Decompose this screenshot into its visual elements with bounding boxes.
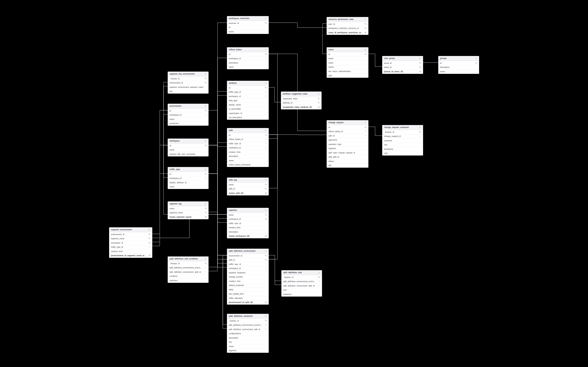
- column-row[interactable]: traffic_type_id: [227, 90, 268, 94]
- column-row[interactable]: traffic_allocation: [227, 296, 268, 300]
- column-row[interactable]: production: [168, 121, 208, 126]
- column-row[interactable]: user_id: [327, 22, 368, 26]
- column-row[interactable]: id: [168, 143, 208, 148]
- column-row[interactable]: id: [439, 61, 479, 65]
- constraint-row[interactable]: {name, workspace_id}: [227, 234, 268, 238]
- column-row[interactable]: split_definition_environment_environment…: [168, 266, 208, 270]
- column-row[interactable]: name: [227, 213, 268, 217]
- column-row[interactable]: workspace_restriction_resource_id: [327, 26, 368, 31]
- column-row[interactable]: workspace_id: [168, 113, 208, 117]
- table-header[interactable]: segment: [227, 208, 268, 213]
- constraint-row[interactable]: {environment_id, split_id}: [227, 300, 268, 305]
- column-row[interactable]: name: [439, 69, 479, 74]
- column-row[interactable]: suggested_value: [281, 96, 321, 101]
- column-row[interactable]: workspace_id: [227, 94, 268, 98]
- column-row[interactable]: environment_id: [227, 253, 268, 258]
- column-row[interactable]: approvers: [327, 138, 368, 142]
- column-row[interactable]: timestamp: [382, 147, 423, 151]
- column-row[interactable]: name: [168, 148, 208, 152]
- table-header[interactable]: rollout_status: [227, 48, 268, 52]
- table-header[interactable]: groups: [439, 56, 479, 61]
- table-header[interactable]: change_request_comment: [382, 125, 423, 130]
- column-row[interactable]: description: [227, 154, 268, 158]
- column-row[interactable]: split_id: [327, 133, 368, 138]
- column-row[interactable]: id: [327, 125, 368, 129]
- table-user_group[interactable]: user_groupgroup_idusers_id{group_id, use…: [382, 56, 423, 74]
- table-header[interactable]: split_definition_environment: [227, 249, 268, 253]
- column-row[interactable]: traffic_type_id: [227, 221, 268, 225]
- column-row[interactable]: environment_id: [168, 81, 208, 85]
- erd-canvas[interactable]: segment_key_environment_fivetran_idenvir…: [0, 0, 588, 367]
- table-segment_key_environment[interactable]: segment_key_environment_fivetran_idenvir…: [168, 72, 208, 94]
- table-split_definition_rule[interactable]: split_definition_rule_fivetran_idsplit_d…: [281, 270, 322, 297]
- table-change_request[interactable]: change_requestidrollout_status_idsplit_i…: [327, 120, 368, 168]
- column-row[interactable]: display_attribute_id: [168, 180, 208, 185]
- column-row[interactable]: id: [168, 172, 208, 176]
- column-row[interactable]: name: [227, 344, 268, 348]
- column-row[interactable]: workspace_id: [168, 176, 208, 181]
- constraint-row[interactable]: {name, segment_name}: [168, 215, 208, 219]
- table-header[interactable]: traffic_type: [168, 167, 208, 172]
- column-row[interactable]: users_id: [382, 65, 423, 69]
- column-row[interactable]: name: [227, 158, 268, 163]
- column-row[interactable]: creation_time: [227, 225, 268, 230]
- column-row[interactable]: user: [382, 151, 423, 156]
- table-change_request_comment[interactable]: change_request_comment_fivetran_idchange…: [382, 125, 423, 156]
- column-row[interactable]: environment_id: [109, 232, 152, 236]
- constraint-row[interactable]: {environment_id, segment_name, work…: [109, 253, 152, 258]
- table-header[interactable]: workspace_restriction: [227, 16, 268, 21]
- table-header[interactable]: segment_tag: [168, 202, 208, 206]
- column-row[interactable]: rollout_status_id: [227, 137, 268, 142]
- column-row[interactable]: name: [168, 185, 208, 189]
- table-header[interactable]: workspace: [168, 139, 208, 143]
- table-split_definition_rule_condition[interactable]: split_definition_rule_condition_fivetran…: [168, 257, 208, 283]
- table-header[interactable]: attribute: [227, 81, 268, 85]
- column-row[interactable]: killed: [227, 287, 268, 292]
- column-row[interactable]: status: [327, 159, 368, 163]
- table-header[interactable]: attribute_suggested_value: [281, 92, 321, 96]
- column-row[interactable]: description: [227, 230, 268, 234]
- column-row[interactable]: id: [168, 108, 208, 113]
- column-row[interactable]: name: [227, 65, 268, 69]
- table-traffic_type[interactable]: traffic_typeidworkspace_iddisplay_attrib…: [168, 167, 208, 189]
- table-split_tag[interactable]: split_tagnamesplit_id{name, split_id}: [227, 177, 269, 195]
- column-row[interactable]: workspace_id: [227, 146, 268, 150]
- table-segment[interactable]: segmentnameworkspace_idtraffic_type_idcr…: [227, 208, 269, 238]
- column-row[interactable]: id: [227, 25, 268, 30]
- table-split[interactable]: splitidrollout_status_idtraffic_type_idw…: [227, 128, 269, 167]
- constraint-row[interactable]: {user_id, workspace_restriction_resou…: [327, 30, 368, 35]
- table-header[interactable]: split_definition_rule_condition: [168, 257, 208, 261]
- column-row[interactable]: two_factor_authentication: [327, 69, 368, 73]
- column-row[interactable]: split_id: [227, 187, 268, 191]
- table-users[interactable]: usersidemailnamestatustwo_factor_authent…: [327, 47, 368, 78]
- table-workspace_restriction[interactable]: workspace_restrictionresource_ididname: [227, 16, 269, 34]
- column-row[interactable]: name: [168, 117, 208, 121]
- column-row[interactable]: split_definition_environment_environment…: [282, 279, 322, 284]
- column-row[interactable]: name: [327, 60, 368, 65]
- table-split_definition_treatment[interactable]: split_definition_treatment_fivetran_idsp…: [227, 314, 269, 353]
- column-row[interactable]: attribute_id: [281, 101, 321, 105]
- column-row[interactable]: size: [282, 288, 322, 292]
- table-header[interactable]: change_request: [327, 120, 368, 125]
- column-row[interactable]: display_name: [227, 102, 268, 107]
- table-header[interactable]: users: [327, 48, 368, 52]
- column-row[interactable]: traffic_type_id: [109, 245, 152, 249]
- column-row[interactable]: segment_name: [109, 236, 152, 241]
- column-row[interactable]: _fivetran_id: [227, 319, 268, 323]
- column-row[interactable]: rollout_status_timestamp: [227, 163, 268, 167]
- column-row[interactable]: name: [227, 29, 268, 34]
- column-row[interactable]: id: [327, 52, 368, 56]
- table-groups[interactable]: groupsiddescriptionname: [438, 56, 479, 74]
- column-row[interactable]: _fivetran_id: [168, 261, 208, 266]
- column-row[interactable]: _fivetran_id: [382, 130, 423, 134]
- column-row[interactable]: requires_title_and_comments: [168, 152, 208, 156]
- constraint-row[interactable]: {group_id, users_id}: [382, 69, 423, 74]
- table-header[interactable]: segment_key_environment: [168, 72, 208, 76]
- column-row[interactable]: segment: [227, 348, 268, 353]
- table-header[interactable]: split_definition_rule: [282, 270, 322, 275]
- column-row[interactable]: baseline_treatment: [227, 270, 268, 275]
- column-row[interactable]: creation_time: [109, 249, 152, 253]
- table-header[interactable]: user_group: [382, 56, 423, 61]
- column-row[interactable]: _fivetran_id: [168, 76, 208, 81]
- column-row[interactable]: split_definition_environment_environment…: [227, 323, 268, 327]
